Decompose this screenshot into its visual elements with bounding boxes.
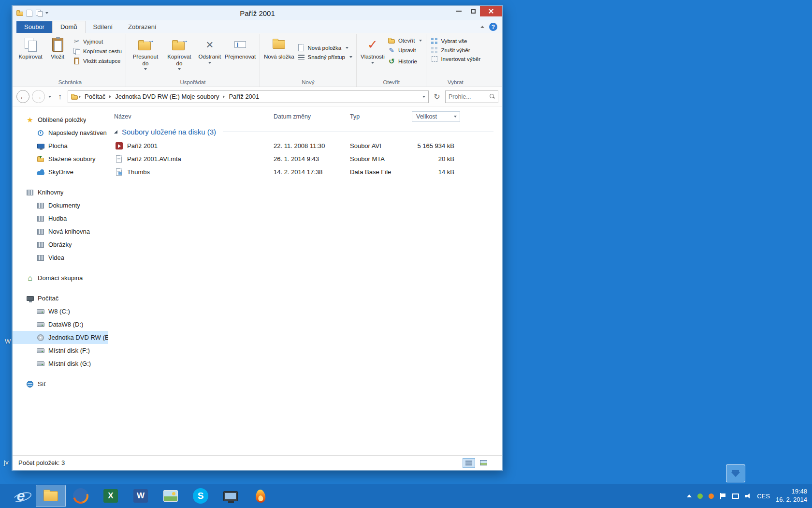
sidebar-item-drive-c[interactable]: W8 (C:) — [13, 305, 108, 318]
back-button[interactable]: ← — [16, 90, 29, 103]
address-dropdown-chevron-icon[interactable] — [422, 96, 425, 98]
language-indicator[interactable]: CES — [757, 493, 770, 500]
copy-button[interactable]: Kopírovat — [17, 35, 44, 61]
select-none-button[interactable]: Zrušit výběr — [429, 46, 482, 54]
tab-domu[interactable]: Domů — [52, 21, 86, 33]
taskbar-word[interactable]: W — [126, 485, 156, 507]
sidebar-item-downloads[interactable]: Stažené soubory — [13, 152, 108, 165]
sidebar-item-desktop[interactable]: Plocha — [13, 139, 108, 152]
sidebar-item-skydrive[interactable]: SkyDrive — [13, 165, 108, 179]
tray-network-icon[interactable] — [732, 493, 739, 499]
breadcrumb-drive[interactable]: Jednotka DVD RW (E:) Moje soubory — [112, 92, 222, 101]
tab-soubor[interactable]: Soubor — [16, 21, 52, 33]
search-box[interactable] — [445, 90, 498, 103]
taskbar-clock[interactable]: 19:48 16. 2. 2014 — [776, 488, 807, 504]
qat-customize-chevron-icon[interactable] — [45, 12, 48, 14]
sidebar-item-drive-f[interactable]: Místní disk (F:) — [13, 344, 108, 357]
crumb-chevron-icon[interactable] — [79, 95, 81, 98]
tray-volume-icon[interactable] — [745, 493, 751, 499]
close-button[interactable] — [480, 6, 502, 16]
taskbar-remote-desktop[interactable] — [216, 485, 246, 507]
move-to-button[interactable]: → Přesunout do — [129, 35, 162, 71]
column-header-size[interactable]: Velikost — [412, 111, 460, 122]
sidebar-item-homegroup[interactable]: ⌂ Domácí skupina — [13, 271, 108, 284]
copy-to-button[interactable]: → Kopírovat do — [162, 35, 196, 71]
sidebar-item-music[interactable]: Hudba — [13, 212, 108, 225]
cut-button[interactable]: ✂ Vyjmout — [71, 37, 123, 45]
copy-path-button[interactable]: Kopírovat cestu — [71, 47, 123, 55]
sidebar-item-network[interactable]: Síť — [13, 377, 108, 390]
invert-selection-button[interactable]: Invertovat výběr — [429, 56, 482, 62]
ribbon-collapse-icon[interactable] — [480, 26, 484, 28]
sidebar-item-dvd-drive[interactable]: Jednotka DVD RW (E — [13, 331, 108, 344]
paste-button[interactable]: Vložit — [44, 35, 71, 61]
sidebar-item-pictures[interactable]: Obrázky — [13, 238, 108, 251]
refresh-button[interactable]: ↻ — [431, 92, 443, 101]
copy-label: Kopírovat — [18, 54, 42, 60]
crumb-chevron-icon[interactable] — [223, 95, 225, 98]
tray-antivirus-icon[interactable] — [697, 493, 703, 499]
search-input[interactable] — [449, 93, 490, 100]
history-chevron-icon[interactable] — [48, 96, 51, 98]
history-button[interactable]: ↺ Historie — [386, 57, 424, 66]
taskbar-file-explorer[interactable] — [36, 485, 66, 507]
tab-sdileni[interactable]: Sdílení — [86, 21, 120, 33]
taskbar-internet-explorer[interactable]: e — [6, 485, 36, 507]
file-group-header[interactable]: Soubory uložené na disku (3) — [108, 124, 502, 139]
taskbar-excel[interactable]: X — [96, 485, 126, 507]
help-icon[interactable]: ? — [489, 23, 497, 31]
column-header-name[interactable]: Název — [114, 113, 274, 120]
qat-properties-icon[interactable] — [27, 10, 32, 17]
minimize-button[interactable] — [452, 6, 466, 16]
sidebar-item-new-library[interactable]: Nová knihovna — [13, 225, 108, 238]
address-bar[interactable]: Počítač Jednotka DVD RW (E:) Moje soubor… — [68, 90, 429, 103]
open-button[interactable]: Otevřít — [386, 37, 424, 44]
sidebar-item-libraries[interactable]: Knihovny — [13, 186, 108, 199]
taskbar-burning-app[interactable] — [246, 485, 276, 507]
sidebar-item-favorites[interactable]: ★ Oblíbené položky — [13, 113, 108, 126]
size-filter-chevron-icon[interactable] — [454, 116, 457, 118]
crumb-chevron-icon[interactable] — [109, 95, 111, 98]
column-header-date[interactable]: Datum změny — [274, 113, 350, 120]
avi-file-icon — [116, 142, 123, 149]
column-header-type[interactable]: Typ — [350, 113, 412, 120]
edit-button[interactable]: ✎ Upravit — [386, 46, 424, 55]
rename-button[interactable]: Přejmenovat — [223, 35, 257, 61]
sidebar-item-documents[interactable]: Dokumenty — [13, 199, 108, 212]
tray-updates-icon[interactable] — [709, 493, 714, 499]
action-center-flag-icon[interactable] — [720, 493, 726, 499]
open-chevron-icon — [419, 40, 422, 42]
details-view-button[interactable] — [463, 458, 475, 468]
drive-icon — [37, 322, 44, 327]
paste-shortcut-button[interactable]: Vložit zástupce — [71, 57, 123, 65]
forward-button[interactable]: → — [32, 90, 45, 103]
taskbar-firefox[interactable] — [66, 485, 96, 507]
easy-access-button[interactable]: Snadný přístup — [296, 54, 354, 60]
new-item-button[interactable]: Nová položka — [296, 44, 354, 52]
breadcrumb-computer[interactable]: Počítač — [82, 92, 108, 101]
new-folder-button[interactable]: Nová složka — [262, 35, 296, 61]
delete-button[interactable]: × Odstranit — [196, 35, 223, 65]
tab-zobrazeni[interactable]: Zobrazení — [120, 21, 164, 33]
breadcrumb-current-folder[interactable]: Paříž 2001 — [226, 92, 262, 101]
file-row[interactable]: Thumbs 14. 2. 2014 17:38 Data Base File … — [108, 165, 502, 179]
title-bar[interactable]: Paříž 2001 — [13, 6, 502, 20]
thumbnails-view-button[interactable] — [477, 458, 490, 468]
sidebar-item-recent-places[interactable]: Naposledy navštíven — [13, 126, 108, 139]
qat-new-folder-icon[interactable] — [36, 10, 42, 16]
file-row[interactable]: Paříž 2001.AVI.mta 26. 1. 2014 9:43 Soub… — [108, 152, 502, 165]
up-button[interactable]: ↑ — [55, 92, 65, 101]
taskbar-skype[interactable]: S — [186, 485, 216, 507]
select-all-button[interactable]: Vybrat vše — [429, 37, 482, 45]
scroll-helper-widget[interactable] — [726, 464, 745, 482]
homegroup-icon: ⌂ — [25, 274, 35, 283]
maximize-button[interactable] — [466, 6, 480, 16]
sidebar-item-videos[interactable]: Videa — [13, 251, 108, 264]
file-row[interactable]: Paříž 2001 22. 11. 2008 11:30 Soubor AVI… — [108, 139, 502, 152]
sidebar-item-drive-d[interactable]: DataW8 (D:) — [13, 318, 108, 331]
sidebar-item-computer[interactable]: Počítač — [13, 292, 108, 305]
properties-button[interactable]: ✓ Vlastnosti — [359, 35, 386, 65]
show-hidden-icons-button[interactable] — [687, 494, 692, 497]
sidebar-item-drive-g[interactable]: Místní disk (G:) — [13, 357, 108, 370]
taskbar-photo-app[interactable] — [156, 485, 186, 507]
